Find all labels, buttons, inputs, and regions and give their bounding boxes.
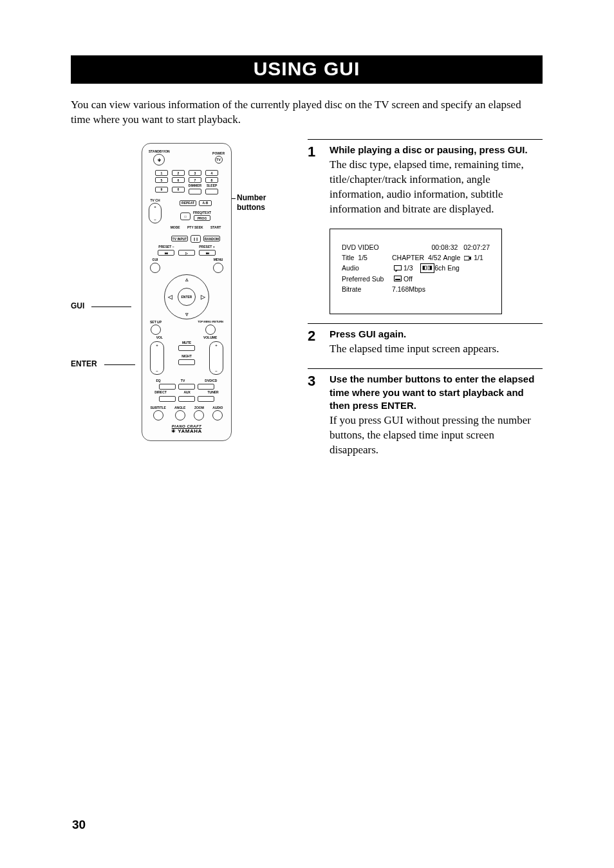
num-7: 7 [189,177,201,183]
dpad: ▵ ▿ ◁ ▷ ENTER [164,274,209,319]
intro-text: You can view various information of the … [71,98,543,127]
speech-bubble-icon [394,265,402,272]
dpad-up-icon: ▵ [185,276,189,283]
gui-label: GUI [153,258,158,262]
subtitle-icon [394,276,402,281]
num-6: 6 [172,177,185,183]
step-1-text: The disc type, elapsed time, remaining t… [330,158,543,217]
yamaha-logo: ✳ YAMAHA [146,428,227,434]
dpad-left-icon: ◁ [168,294,172,300]
preset-plus-label: PRESET + [199,245,214,249]
step-3-number: 3 [308,373,330,390]
setup-label: SET UP [150,321,162,325]
next-button: ⏭ [199,250,216,256]
camera-icon [464,254,472,261]
ptyseek-label: PTY SEEK [187,226,203,230]
num-3: 3 [189,170,201,176]
dvdcd-button [198,384,214,390]
step-1: 1 While playing a disc or pausing, press… [308,139,543,217]
standby-button: ⏻ [153,154,165,165]
num-5: 5 [155,177,168,183]
tvch-label: TV CH [151,199,160,203]
direct-label: DIRECT [154,391,167,395]
mute-label: MUTE [182,341,191,345]
audio-label: AUDIO [212,406,223,410]
preset-minus-label: PRESET – [158,245,174,249]
osd-audio-format: 6ch Eng [434,263,460,273]
step-2-title: Press GUI again. [330,328,543,341]
prev-button: ⏮ [158,250,174,256]
angle-label: ANGLE [174,406,186,410]
num-4: 4 [205,170,218,176]
remote-illustration-column: GUI ENTER Number buttons STANDBY/ON ⏻ [71,139,302,442]
osd-title-label: Title [342,254,354,261]
callout-enter-label: ENTER [71,359,97,368]
remote-control: STANDBY/ON ⏻ POWER TV 1 2 3 4 [142,143,232,442]
night-label: NIGHT [181,355,192,359]
volume-label: VOLUME [203,336,217,340]
eq-button [159,384,176,390]
standby-label: STANDBY/ON [149,150,170,154]
step-2: 2 Press GUI again. The elapsed time inpu… [308,323,543,357]
svg-rect-3 [395,276,402,281]
pause-button: ❙❙ [191,235,201,243]
osd-chapter-value: 4/52 [428,252,441,263]
tuner-button [198,396,214,402]
topmenu-label: TOP MENU /RETURN [198,321,223,323]
page-number: 30 [72,818,86,832]
num-8: 8 [205,177,218,183]
num-2: 2 [172,170,185,176]
stop-button: □ [180,212,191,220]
topmenu-button [205,325,216,335]
sleep-button [205,189,218,194]
tv-vol-rocker: +– [150,341,164,375]
tv-select-button [178,384,195,390]
svg-rect-0 [464,256,469,260]
sleep-label: SLEEP [207,184,217,188]
step-1-title: While playing a disc or pausing, press G… [330,144,543,156]
dimmer-button [189,189,201,194]
osd-angle-value: 1/1 [474,252,483,263]
osd-prefsub-label: Preferred Sub [342,274,392,284]
night-button [178,359,195,365]
subtitle-label: SUBTITLE [150,406,165,410]
osd-elapsed: 00:08:32 [431,243,458,251]
eq-label: EQ [156,379,161,383]
prog-button: PROG [194,215,210,221]
aux-label: AUX [183,391,191,395]
callout-number-buttons-label: Number buttons [237,193,266,212]
osd-title-value: 1/5 [358,254,367,261]
step-2-text: The elapsed time input screen appears. [330,342,543,357]
ab-button: A-B [199,200,212,206]
page-title-bar: USING GUI [71,55,543,84]
enter-button: ENTER [178,288,196,306]
mute-button [178,345,195,351]
dvdcd-label: DVD/CD [205,379,217,383]
aux-button [178,396,195,402]
tv-power-button: TV [215,156,223,164]
gui-button [150,263,160,273]
dolby-icon: ◧◨ [420,263,434,272]
dimmer-label: DIMMER [189,184,201,188]
osd-audio-label: Audio [342,263,392,273]
step-2-number: 2 [308,328,330,344]
callout-number-buttons: Number buttons [237,193,281,212]
osd-chapter-label: CHAPTER [392,252,424,263]
num-1: 1 [155,170,168,176]
num-0: 0 [172,187,185,193]
start-label: START [210,226,221,230]
step-3: 3 Use the number buttons to enter the el… [308,368,543,458]
tvch-rocker: +– [149,203,162,223]
repeat-button: REPEAT [180,200,196,206]
osd-bitrate-label: Bitrate [342,284,392,294]
direct-button [159,396,176,402]
tuner-label: TUNER [207,391,218,395]
steps-column: 1 While playing a disc or pausing, press… [302,139,543,469]
osd-audio-value: 1/3 [404,263,413,273]
svg-rect-2 [395,265,402,270]
mode-label: MODE [171,226,180,230]
osd-angle-label: Angle [443,252,460,263]
svg-rect-4 [395,279,400,280]
osd-remaining: 02:07:27 [463,243,490,251]
step-3-title: Use the number buttons to enter the elap… [330,373,543,412]
